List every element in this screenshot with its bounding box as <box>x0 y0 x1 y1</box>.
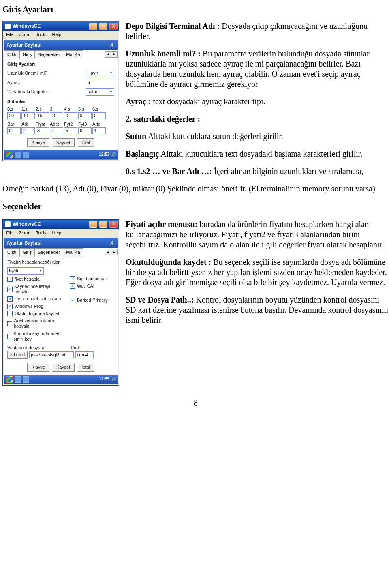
page-title: Giriş Ayarları <box>2 4 389 15</box>
description-giris-continued: Örneğin barkod (13), Adı (0), Fiyat (0),… <box>2 184 389 194</box>
klavye-button[interactable]: Klavye <box>27 363 49 372</box>
col-input[interactable]: 0 <box>64 112 77 119</box>
col-input[interactable]: 0 <box>78 112 92 119</box>
col-input[interactable]: 3 <box>36 127 49 134</box>
taskbar-app-icon[interactable] <box>15 376 21 383</box>
col-label: Fyt3 <box>78 122 92 127</box>
menu-help[interactable]: Help <box>52 230 62 236</box>
checkbox-okutuldugunda[interactable] <box>7 311 13 316</box>
col-header: 3. <box>50 107 63 112</box>
col-input[interactable]: 15 <box>36 112 49 119</box>
lead: 0.s 1.s2 … ve Bar Adı …: <box>126 167 212 176</box>
taskbar-app-icon[interactable] <box>15 152 21 158</box>
col-input[interactable]: 6 <box>78 127 92 134</box>
checkbox-label: fiyat hesapla <box>15 277 40 282</box>
col-header: 6.s <box>92 107 106 112</box>
checkbox-label: Barkod Primery <box>77 298 108 303</box>
menu-zoom[interactable]: Zoom <box>19 32 30 38</box>
tab-cikti[interactable]: Çıktı <box>4 50 20 59</box>
col-label: Fyt2 <box>64 122 77 127</box>
taskbar-keyboard-icon[interactable] <box>23 376 29 383</box>
body: Alttaki kutucuklara sutun değerleri giri… <box>146 132 283 141</box>
close-button[interactable]: X <box>109 221 118 228</box>
start-button-icon[interactable] <box>6 152 13 158</box>
start-button-icon[interactable] <box>6 376 13 383</box>
minimize-button[interactable]: _ <box>89 23 97 30</box>
ce-close-button[interactable]: X <box>109 240 115 246</box>
ce-screen: Ayarlar Sayfası X Çıktı Giriş Seçenekler… <box>4 40 118 160</box>
iptal-button[interactable]: İptal <box>77 363 94 372</box>
col-header: 5.s <box>78 107 92 112</box>
uzunluk-select[interactable]: Hayır▼ <box>86 70 114 77</box>
tab-secenekler[interactable]: Seçenekler <box>34 50 63 59</box>
port-input[interactable] <box>75 351 94 358</box>
iptal-button[interactable]: İptal <box>77 138 94 147</box>
col-input[interactable]: 2 <box>21 127 35 134</box>
tab-scroll-right-icon[interactable]: ► <box>111 51 118 58</box>
checkbox-windows-prog[interactable]: ✓ <box>7 304 13 309</box>
checkbox-her-urun[interactable]: ✓ <box>7 296 13 302</box>
fiyati-select[interactable]: fiyati▼ <box>7 267 44 275</box>
ce-close-button[interactable]: X <box>109 42 115 48</box>
col-input[interactable]: 5 <box>64 127 77 134</box>
satir2-select[interactable]: sutun▼ <box>86 88 114 96</box>
tab-cikti[interactable]: Çıktı <box>4 248 20 257</box>
minimize-button[interactable]: _ <box>89 221 97 228</box>
body: Alttaki kutucuklara text dosyadaki başla… <box>159 149 362 158</box>
tab-scroll-right-icon[interactable]: ► <box>111 249 118 255</box>
checkbox-kontrollu[interactable] <box>7 334 11 339</box>
col-label: Adet <box>50 122 63 127</box>
col-input[interactable]: 20 <box>7 112 21 119</box>
description-giris: Depo Bilgisi Terminal Adı : Dosyada çıkı… <box>126 21 389 184</box>
emulator-titlebar: WindowsCE _ □ X <box>3 220 119 229</box>
taskbar-keyboard-icon[interactable] <box>23 152 29 158</box>
checkbox-wav-cal[interactable]: ✓ <box>70 283 75 289</box>
tab-giris[interactable]: Giriş <box>19 50 35 59</box>
col-label: Adı <box>21 122 35 127</box>
maximize-button[interactable]: □ <box>99 221 107 228</box>
menu-file[interactable]: File <box>6 230 13 236</box>
kaydet-button[interactable]: Kaydet <box>52 138 75 147</box>
menu-tools[interactable]: Tools <box>36 32 47 38</box>
db-file-input[interactable] <box>29 351 74 358</box>
window-title: WindowsCE <box>13 221 41 227</box>
col-input[interactable]: 1 <box>92 127 106 134</box>
checkbox-fiyat-hesapla[interactable] <box>7 277 13 282</box>
emulator-titlebar: WindowsCE _ □ X <box>3 21 119 31</box>
col-input[interactable]: 10 <box>21 112 35 119</box>
sdcard-button[interactable]: sd card <box>7 351 28 359</box>
close-button[interactable]: X <box>109 23 118 30</box>
tab-malka[interactable]: Mal Ka <box>63 248 83 257</box>
tab-scroll-left-icon[interactable]: ◄ <box>105 249 111 255</box>
klavye-button[interactable]: Klavye <box>27 138 49 147</box>
col-label: Bar <box>7 122 21 127</box>
tab-malka[interactable]: Mal Ka <box>63 50 83 59</box>
kaydet-button[interactable]: Kaydet <box>52 363 75 372</box>
ayrac-input[interactable] <box>86 79 114 86</box>
menu-tools[interactable]: Tools <box>36 230 47 236</box>
checkbox-barkod-primery[interactable]: ✓ <box>70 298 75 303</box>
speaker-icon[interactable]: 🔊 <box>111 377 116 382</box>
col-header: 4.s <box>64 107 77 112</box>
lead: Başlangıç <box>126 149 159 158</box>
col-input[interactable]: 0 <box>92 112 106 119</box>
menu-file[interactable]: File <box>6 32 13 38</box>
maximize-button[interactable]: □ <box>99 23 107 30</box>
checkbox-sip-barkod[interactable]: ✓ <box>70 276 75 281</box>
tab-secenekler[interactable]: Seçenekler <box>34 248 63 257</box>
columns-header-row: 0.s 1.s 2.s 3. 4.s 5.s 6.s <box>7 107 114 112</box>
ce-header: Ayarlar Sayfası X <box>4 238 118 248</box>
menu-zoom[interactable]: Zoom <box>19 230 30 236</box>
checkbox-kaydedince[interactable]: ✓ <box>7 287 13 292</box>
ce-tabs: Çıktı Giriş Seçenekler Mal Ka ◄ ► <box>4 248 118 257</box>
col-input[interactable]: 4 <box>50 127 63 134</box>
speaker-icon[interactable]: 🔊 <box>111 152 116 157</box>
emulator-window-secenekler: WindowsCE _ □ X File Zoom Tools Help Aya… <box>2 219 119 386</box>
ce-header-title: Ayarlar Sayfası <box>6 240 41 246</box>
col-input[interactable]: 0 <box>7 127 21 134</box>
checkbox-adet-verisini[interactable] <box>7 321 12 326</box>
menu-help[interactable]: Help <box>52 32 62 38</box>
col-input[interactable]: 10 <box>50 112 63 119</box>
tab-scroll-left-icon[interactable]: ◄ <box>105 51 111 58</box>
tab-giris[interactable]: Giriş <box>19 248 35 257</box>
